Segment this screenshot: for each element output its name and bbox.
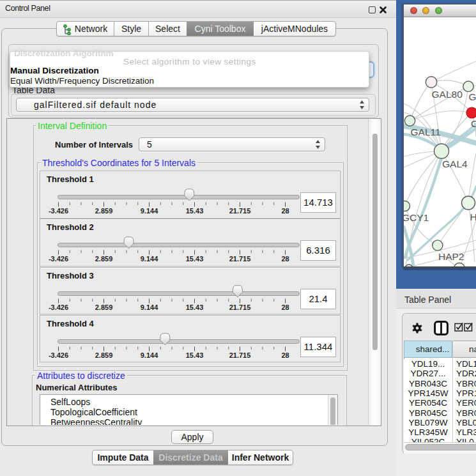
svg-text:2.859: 2.859 — [95, 255, 113, 263]
svg-text:-3.426: -3.426 — [49, 207, 68, 215]
svg-text:GAL4: GAL4 — [442, 158, 468, 169]
svg-text:28: 28 — [281, 207, 289, 215]
svg-text:9.144: 9.144 — [141, 207, 158, 215]
svg-text:15.43: 15.43 — [186, 207, 204, 215]
svg-text:9.144: 9.144 — [141, 351, 158, 358]
svg-text:15.43: 15.43 — [186, 255, 204, 263]
svg-text:21.715: 21.715 — [229, 303, 251, 311]
svg-text:2.859: 2.859 — [95, 303, 113, 311]
svg-text:21.715: 21.715 — [229, 351, 251, 358]
svg-text:-3.426: -3.426 — [49, 303, 68, 311]
svg-text:28: 28 — [281, 303, 289, 311]
svg-text:HAP2: HAP2 — [438, 251, 464, 262]
svg-text:9.144: 9.144 — [141, 303, 158, 311]
svg-text:GCY1: GCY1 — [404, 212, 429, 223]
svg-text:28: 28 — [281, 255, 289, 263]
svg-text:H: H — [470, 211, 476, 222]
svg-text:21.715: 21.715 — [229, 255, 251, 263]
svg-text:2.859: 2.859 — [95, 207, 113, 215]
svg-text:GAL80: GAL80 — [432, 89, 463, 100]
svg-text:2.859: 2.859 — [95, 351, 113, 358]
svg-text:-3.426: -3.426 — [49, 255, 68, 263]
svg-text:GA: GA — [469, 91, 476, 102]
svg-text:15.43: 15.43 — [186, 351, 204, 358]
svg-text:21.715: 21.715 — [229, 207, 251, 215]
svg-text:GAL11: GAL11 — [411, 127, 441, 137]
svg-text:-3.426: -3.426 — [49, 351, 68, 358]
svg-text:C: C — [471, 118, 476, 129]
svg-text:15.43: 15.43 — [186, 303, 204, 311]
svg-text:28: 28 — [281, 351, 289, 358]
svg-text:9.144: 9.144 — [141, 255, 158, 263]
